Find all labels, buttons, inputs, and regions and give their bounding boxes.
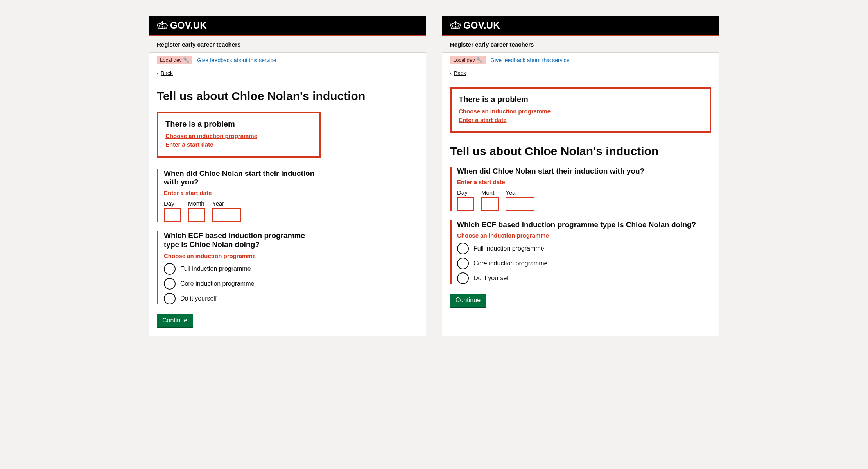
- start-date-legend: When did Chloe Nolan start their inducti…: [164, 169, 321, 186]
- service-name: Register early career teachers: [149, 36, 426, 53]
- programme-error: Choose an induction programme: [164, 252, 321, 259]
- crown-icon: [450, 21, 461, 30]
- feedback-link[interactable]: Give feedback about this service: [490, 57, 569, 63]
- example-right: GOV.UK Register early career teachers Lo…: [442, 16, 719, 336]
- phase-tag: Local dev 🔧: [157, 56, 192, 64]
- start-date-error: Enter a start date: [457, 179, 711, 185]
- day-label: Day: [457, 189, 474, 196]
- programme-legend: Which ECF based induction programme type…: [164, 231, 321, 250]
- continue-button[interactable]: Continue: [157, 314, 193, 328]
- govuk-header: GOV.UK: [149, 16, 426, 35]
- page-heading: Tell us about Chloe Nolan's induction: [157, 90, 418, 103]
- govuk-logotype: GOV.UK: [463, 20, 500, 31]
- error-summary-title: There is a problem: [165, 120, 312, 129]
- error-link-start-date[interactable]: Enter a start date: [165, 141, 213, 148]
- radio-diy[interactable]: [457, 272, 469, 284]
- radio-diy[interactable]: [164, 293, 176, 304]
- back-link[interactable]: Back: [161, 70, 173, 76]
- crown-icon: [157, 21, 168, 30]
- start-date-legend: When did Chloe Nolan start their inducti…: [457, 167, 711, 175]
- day-input[interactable]: [457, 197, 474, 211]
- radio-diy-label: Do it yourself: [473, 275, 510, 282]
- month-label: Month: [188, 200, 205, 207]
- year-input[interactable]: [212, 208, 241, 222]
- error-link-programme[interactable]: Choose an induction programme: [165, 132, 257, 139]
- start-date-group: When did Chloe Nolan start their inducti…: [450, 167, 711, 211]
- back-link-container: ‹ Back: [149, 68, 426, 82]
- continue-button[interactable]: Continue: [450, 294, 486, 308]
- error-summary-title: There is a problem: [459, 95, 703, 104]
- year-input[interactable]: [506, 197, 534, 211]
- month-input[interactable]: [481, 197, 499, 211]
- radio-full-induction-label: Full induction programme: [180, 265, 251, 272]
- chevron-left-icon: ‹: [157, 71, 158, 76]
- page-heading: Tell us about Chloe Nolan's induction: [450, 145, 711, 158]
- programme-error: Choose an induction programme: [457, 232, 711, 239]
- error-link-programme[interactable]: Choose an induction programme: [459, 108, 551, 115]
- back-link-container: ‹ Back: [442, 68, 719, 82]
- error-summary: There is a problem Choose an induction p…: [450, 87, 711, 133]
- service-name: Register early career teachers: [442, 36, 719, 53]
- start-date-error: Enter a start date: [164, 190, 321, 196]
- radio-core-induction-label: Core induction programme: [180, 280, 254, 287]
- phase-tag: Local dev 🔧: [450, 56, 486, 64]
- chevron-left-icon: ‹: [450, 71, 452, 76]
- error-link-start-date[interactable]: Enter a start date: [459, 116, 507, 123]
- radio-core-induction[interactable]: [457, 258, 469, 269]
- start-date-group: When did Chloe Nolan start their inducti…: [157, 169, 321, 222]
- phase-banner: Local dev 🔧 Give feedback about this ser…: [442, 53, 719, 68]
- example-left: GOV.UK Register early career teachers Lo…: [149, 16, 426, 336]
- programme-type-group: Which ECF based induction programme type…: [450, 220, 711, 285]
- programme-type-group: Which ECF based induction programme type…: [157, 231, 321, 305]
- day-label: Day: [164, 200, 181, 207]
- radio-full-induction[interactable]: [164, 263, 176, 275]
- radio-core-induction-label: Core induction programme: [473, 260, 547, 267]
- govuk-logotype: GOV.UK: [170, 20, 207, 31]
- phase-banner: Local dev 🔧 Give feedback about this ser…: [149, 53, 426, 68]
- radio-core-induction[interactable]: [164, 278, 176, 290]
- error-summary: There is a problem Choose an induction p…: [157, 112, 321, 158]
- month-input[interactable]: [188, 208, 205, 222]
- feedback-link[interactable]: Give feedback about this service: [197, 57, 276, 63]
- radio-full-induction-label: Full induction programme: [473, 245, 544, 252]
- govuk-header: GOV.UK: [442, 16, 719, 35]
- month-label: Month: [481, 189, 499, 196]
- day-input[interactable]: [164, 208, 181, 222]
- programme-legend: Which ECF based induction programme type…: [457, 220, 711, 229]
- year-label: Year: [506, 189, 534, 196]
- back-link[interactable]: Back: [454, 70, 466, 76]
- radio-full-induction[interactable]: [457, 243, 469, 254]
- radio-diy-label: Do it yourself: [180, 295, 217, 302]
- year-label: Year: [212, 200, 241, 207]
